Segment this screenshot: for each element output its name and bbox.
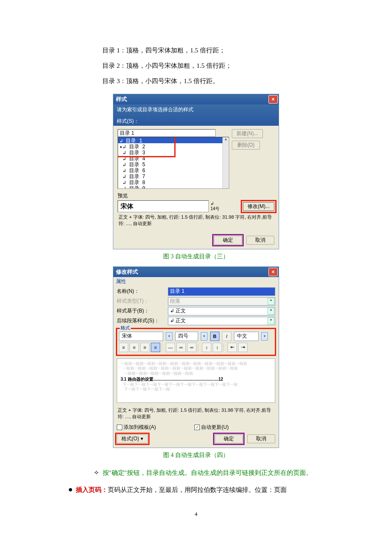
prop-row-name: 名称(N)： 目录 1 (113, 287, 279, 296)
instruction-bar: 请为索引或目录项选择合适的样式 样式(S)： (113, 104, 279, 126)
section-properties: 属性 (113, 277, 279, 286)
bottom-bar: 格式(O) ▾ 确定 取消 (113, 433, 279, 448)
list-item[interactable]: ↲ 目录 5 (118, 161, 229, 167)
indent-inc-button[interactable]: ⇥ (238, 343, 248, 352)
format-section: 格式 宋体▾ 四号▾ B I 中文▾ ≡ ≡ ≡ ≡ — ═ ═ ↕ ↕ (116, 328, 276, 356)
cancel-button[interactable]: 取消 (246, 236, 274, 245)
preview-box: 宋体 (118, 200, 209, 212)
prop-row-next: 后续段落样式(S)： ↲ 正文▾ (113, 317, 279, 325)
figure-caption-4: 图 4 自动生成目录（四） (51, 451, 341, 459)
style-combo[interactable]: 目录 1 (118, 129, 216, 137)
style-description: 正文 + 字体: 四号, 加粗, 行距: 1.5 倍行距, 制表位: 31.98… (118, 212, 274, 229)
body-line-1: 目录 1：顶格，四号宋体加粗，1.5 倍行距； (102, 43, 341, 58)
list-item[interactable]: ↲ 目录 7 (118, 173, 229, 179)
chevron-down-icon[interactable]: ▾ (166, 332, 173, 341)
disc-icon: ● (68, 485, 73, 494)
insert-page-text: 页码从正文开始，至最后，用阿拉伯数字连续编排。位置：页面 (108, 486, 287, 493)
format-menu-button[interactable]: 格式(O) ▾ (117, 434, 148, 443)
spacing-dec-button[interactable]: ↕ (213, 343, 222, 352)
diamond-icon: ✧ (94, 469, 99, 476)
list-item[interactable]: ↲ 目录 3 (118, 149, 229, 155)
linespace-15-button[interactable]: ═ (176, 343, 186, 352)
align-left-button[interactable]: ≡ (119, 343, 128, 352)
insert-page-label: 插入页码： (76, 486, 108, 493)
button-bar: 确定 取消 (113, 233, 279, 249)
close-icon[interactable]: × (268, 95, 278, 104)
checkbox-row: 添加到模板(A) ✓自动更新(U) (113, 422, 279, 433)
ok-button[interactable]: 确定 (214, 236, 242, 245)
dialog-title: 修改样式 (116, 268, 138, 276)
linespace-2-button[interactable]: ═ (187, 343, 196, 352)
style-preview: 一段前一段前一段前一段前一段前一段前一段前一段前一段前一段前一段前 一段前一段前… (117, 358, 275, 403)
close-icon[interactable]: × (268, 268, 278, 276)
indent-dec-button[interactable]: ⇤ (228, 343, 237, 352)
style-label: 样式(S)： (117, 118, 139, 124)
scrollbar[interactable]: ▲ (222, 137, 229, 188)
diamond-text: 按"确定"按钮，目录自动生成。自动生成的目录可链接到正文所在的页面。 (103, 469, 312, 476)
list-item[interactable]: ▸↲ 目录 2 (118, 143, 229, 149)
add-to-template-checkbox[interactable]: 添加到模板(A) (117, 424, 156, 431)
delete-button[interactable]: 删除(D) (232, 141, 260, 150)
name-field[interactable]: 目录 1 (168, 287, 275, 296)
titlebar: 样式 × (113, 94, 279, 104)
auto-update-checkbox[interactable]: ✓自动更新(U) (194, 424, 229, 431)
prop-row-based: 样式基于(B)： ↲ 正文▾ (113, 307, 279, 315)
format-label: 格式 (120, 325, 131, 331)
language-select[interactable]: 中文 (234, 332, 259, 341)
linespace-1-button[interactable]: — (166, 343, 175, 352)
disc-bullet-line: ● 插入页码：页码从正文开始，至最后，用阿拉伯数字连续编排。位置：页面 (68, 480, 341, 499)
align-justify-button[interactable]: ≡ (151, 343, 160, 352)
align-center-button[interactable]: ≡ (130, 343, 139, 352)
instruction-text: 请为索引或目录项选择合适的样式 (117, 107, 193, 113)
list-item[interactable]: ↲ 目录 1 (118, 137, 229, 143)
diamond-bullet-line: ✧ 按"确定"按钮，目录自动生成。自动生成的目录可链接到正文所在的页面。 (94, 465, 341, 480)
bold-button[interactable]: B (210, 332, 219, 341)
dialog-title: 样式 (116, 95, 127, 103)
type-field: 段落▾ (168, 297, 275, 306)
spacing-inc-button[interactable]: ↕ (202, 343, 211, 352)
modify-style-dialog: 修改样式 × 属性 名称(N)： 目录 1 样式类型(T)： 段落▾ 样式基于(… (113, 266, 279, 448)
list-item[interactable]: ↲ 目录 8 (118, 179, 229, 185)
figure-caption-3: 图 3 自动生成目录（三） (51, 253, 341, 260)
based-on-field[interactable]: ↲ 正文▾ (168, 307, 275, 315)
list-item[interactable]: ↲ 目录 9 (118, 185, 229, 189)
preview-font: 宋体 (121, 202, 133, 211)
font-size-select[interactable]: 四号 (175, 332, 198, 341)
ok-button[interactable]: 确定 (215, 434, 243, 443)
new-button[interactable]: 新建(N)... (232, 129, 263, 138)
italic-button[interactable]: I (222, 332, 231, 341)
body-line-2: 目录 2：顶格，小四号宋体加粗，1.5 倍行距； (102, 58, 341, 73)
modify-button[interactable]: 修改(M)... (243, 202, 274, 211)
page-number: 4 (51, 511, 341, 517)
list-item[interactable]: ↲ 目录 6 (118, 167, 229, 173)
style-description: 正文 + 字体: 四号, 加粗, 行距: 1.5 倍行距, 制表位: 31.98… (117, 405, 275, 422)
next-style-field[interactable]: ↲ 正文▾ (168, 317, 275, 325)
preview-sub: ↲14号 (210, 201, 219, 212)
list-item[interactable]: ↲ 目录 4 (118, 155, 229, 161)
body-line-3: 目录 3：顶格，小四号宋体，1.5 倍行距。 (102, 73, 341, 89)
preview-label: 预览 (118, 192, 274, 199)
style-listbox[interactable]: ↲ 目录 1 ▸↲ 目录 2 ↲ 目录 3 ↲ 目录 4 ↲ 目录 5 ↲ 目录… (118, 137, 229, 189)
titlebar: 修改样式 × (113, 267, 279, 277)
align-right-button[interactable]: ≡ (140, 343, 150, 352)
document-page: 目录 1：顶格，四号宋体加粗，1.5 倍行距； 目录 2：顶格，小四号宋体加粗，… (0, 0, 392, 543)
font-family-select[interactable]: 宋体 (119, 332, 163, 341)
cancel-button[interactable]: 取消 (247, 434, 275, 443)
preview-heading: 3.1 路由器的设置 (121, 377, 153, 382)
chevron-down-icon[interactable]: ▾ (261, 332, 268, 341)
chevron-down-icon[interactable]: ▾ (201, 332, 208, 341)
prop-row-type: 样式类型(T)： 段落▾ (113, 297, 279, 306)
style-dialog: 样式 × 请为索引或目录项选择合适的样式 样式(S)： 目录 1 ↲ 目录 1 … (113, 94, 279, 249)
